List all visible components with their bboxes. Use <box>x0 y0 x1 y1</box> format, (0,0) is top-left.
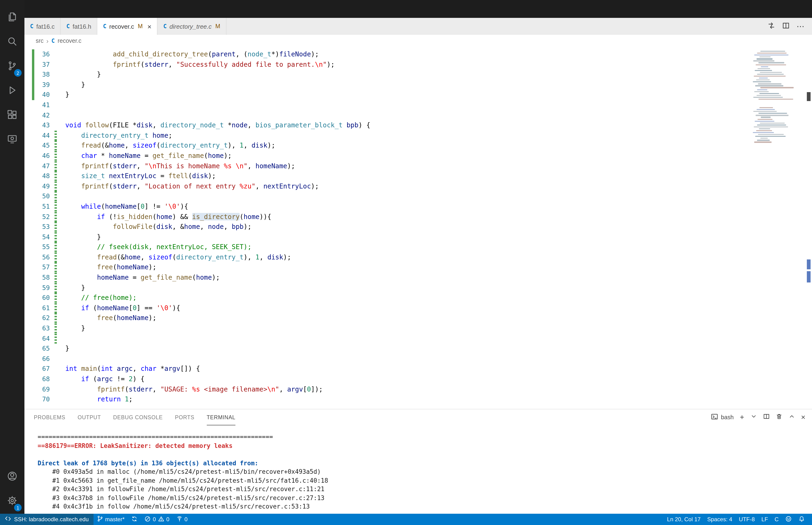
code-line[interactable]: 50 <box>25 192 812 201</box>
git-change-gutter-bar <box>55 201 57 212</box>
git-change-gutter-bar <box>55 70 57 80</box>
feedback-item[interactable] <box>782 514 795 525</box>
breadcrumb-folder[interactable]: src <box>36 38 44 44</box>
activity-item-accounts[interactable] <box>1 465 24 489</box>
code-text: void follow(FILE *disk, directory_node_t… <box>65 120 370 131</box>
code-line[interactable]: 58 homeName = get_file_name(home); <box>25 273 812 283</box>
eol-setting[interactable]: LF <box>758 514 771 525</box>
panel-tab-output[interactable]: OUTPUT <box>78 409 101 425</box>
code-line[interactable]: 40} <box>25 90 812 100</box>
cursor-position[interactable]: Ln 20, Col 17 <box>664 514 704 525</box>
code-line[interactable]: 45 fread(&home, sizeof(directory_entry_t… <box>25 141 812 151</box>
code-line[interactable]: 55 // fseek(disk, nextEntryLoc, SEEK_SET… <box>25 242 812 252</box>
code-line[interactable]: 49 fprintf(stderr, "Location of next ent… <box>25 181 812 191</box>
code-line[interactable]: 46 char * homeName = get_file_name(home)… <box>25 151 812 161</box>
panel-tab-ports[interactable]: PORTS <box>175 409 195 425</box>
activity-item-search[interactable] <box>1 30 24 55</box>
code-line[interactable]: 59 } <box>25 283 812 293</box>
code-line[interactable]: 51 while(homeName[0] != '\0'){ <box>25 201 812 212</box>
chevron-down-icon[interactable] <box>750 413 757 422</box>
language-mode[interactable]: C <box>771 514 782 525</box>
code-line[interactable]: 67int main(int argc, char *argv[]) { <box>25 364 812 374</box>
tab-recover.c[interactable]: Crecover.cM× <box>97 18 158 35</box>
code-line[interactable]: 37 fprintf(stderr, "Successfully added f… <box>25 59 812 70</box>
code-line[interactable]: 70 return 1; <box>25 394 812 404</box>
code-line[interactable]: 61 if (homeName[0] == '\0'){ <box>25 303 812 313</box>
tab-fat16.c[interactable]: Cfat16.c <box>25 18 61 35</box>
panel-tab-problems[interactable]: PROBLEMS <box>34 409 65 425</box>
code-line[interactable]: 54 } <box>25 232 812 242</box>
trash-icon[interactable] <box>776 413 782 422</box>
terminal-line <box>37 450 812 459</box>
code-line[interactable]: 57 free(homeName); <box>25 262 812 273</box>
panel-tab-debug-console[interactable]: DEBUG CONSOLE <box>113 409 163 425</box>
more-actions-icon[interactable]: ⋯ <box>796 22 805 30</box>
tab-fat16.h[interactable]: Cfat16.h <box>61 18 97 35</box>
line-number: 55 <box>34 242 50 252</box>
indentation-setting[interactable]: Spaces: 4 <box>704 514 736 525</box>
minimap-line <box>758 84 782 84</box>
code-line[interactable]: 42 <box>25 110 812 120</box>
code-line[interactable]: 39 } <box>25 80 812 90</box>
code-line[interactable]: 64 <box>25 333 812 344</box>
breadcrumb-file[interactable]: recover.c <box>58 38 81 44</box>
activity-item-remote-explorer[interactable] <box>1 128 24 152</box>
git-added-gutter-bar <box>32 374 34 384</box>
tab-directory_tree.c[interactable]: Cdirectory_tree.cM <box>158 18 227 35</box>
code-line[interactable]: 43void follow(FILE *disk, directory_node… <box>25 120 812 131</box>
chevron-up-icon[interactable] <box>788 413 795 422</box>
problems-item[interactable]: 0 0 <box>141 514 173 525</box>
code-line[interactable]: 52 if (!is_hidden(home) && is_directory(… <box>25 212 812 222</box>
git-change-gutter-bar <box>55 262 57 273</box>
minimap-line <box>760 51 785 52</box>
split-editor-icon[interactable] <box>782 21 790 31</box>
minimap[interactable] <box>753 51 798 144</box>
code-editor[interactable]: 36 add_child_directory_tree(parent, (nod… <box>25 47 812 409</box>
remote-indicator[interactable]: SSH: labradoodle.caltech.edu <box>0 514 93 525</box>
code-line[interactable]: 62 free(homeName); <box>25 313 812 324</box>
activity-item-run-debug[interactable] <box>1 79 24 103</box>
ports-count: 0 <box>184 516 187 523</box>
new-terminal-button[interactable]: + <box>740 414 744 421</box>
activity-item-explorer[interactable] <box>1 6 24 30</box>
activity-item-extensions[interactable] <box>1 103 24 128</box>
close-panel-icon[interactable]: × <box>801 414 806 421</box>
notifications-item[interactable] <box>795 514 808 525</box>
code-line[interactable]: 68 if (argc != 2) { <box>25 374 812 384</box>
code-line[interactable]: 36 add_child_directory_tree(parent, (nod… <box>25 49 812 59</box>
activity-item-settings[interactable]: 1 <box>1 489 24 514</box>
tab-label: recover.c <box>109 23 134 30</box>
code-line[interactable]: 69 fprintf(stderr, "USAGE: %s <image fil… <box>25 384 812 394</box>
tab-list: Cfat16.cCfat16.hCrecover.cM×Cdirectory_t… <box>25 18 226 35</box>
split-terminal-icon[interactable] <box>763 413 769 422</box>
panel-tab-terminal[interactable]: TERMINAL <box>207 409 236 425</box>
close-icon[interactable]: × <box>147 23 152 30</box>
open-changes-icon[interactable] <box>767 21 775 31</box>
line-number: 65 <box>34 344 50 354</box>
terminal-output[interactable]: ========================================… <box>25 425 812 514</box>
code-line[interactable]: 41 <box>25 100 812 110</box>
git-added-gutter-bar <box>32 384 34 394</box>
code-line[interactable]: 56 fread(&home, sizeof(directory_entry_t… <box>25 252 812 262</box>
code-line[interactable]: 66 <box>25 354 812 364</box>
code-line[interactable]: 47 fprintf(stderr, "\nThis is homeName %… <box>25 161 812 171</box>
git-branch-item[interactable]: master* <box>93 514 128 525</box>
code-line[interactable]: 48 size_t nextEntryLoc = ftell(disk); <box>25 171 812 181</box>
sync-changes-item[interactable] <box>128 514 141 525</box>
git-change-gutter-bar <box>55 364 57 374</box>
code-line[interactable]: 60 // free(home); <box>25 293 812 303</box>
git-change-gutter-bar <box>55 90 57 100</box>
encoding-setting[interactable]: UTF-8 <box>736 514 758 525</box>
code-line[interactable]: 65} <box>25 344 812 354</box>
minimap-line <box>755 64 786 65</box>
code-line[interactable]: 53 followFile(disk, &home, node, bpb); <box>25 222 812 232</box>
panel-header: PROBLEMSOUTPUTDEBUG CONSOLEPORTSTERMINAL… <box>25 409 812 425</box>
git-change-gutter-bar <box>55 303 57 313</box>
code-line[interactable]: 38 } <box>25 70 812 80</box>
forwarded-ports-item[interactable]: 0 <box>173 514 191 525</box>
activity-item-source-control[interactable]: 2 <box>1 55 24 79</box>
code-line[interactable]: 44 directory_entry_t home; <box>25 131 812 141</box>
terminal-shell-picker[interactable]: bash <box>711 413 734 422</box>
git-change-gutter-bar <box>55 324 57 333</box>
code-line[interactable]: 63 } <box>25 324 812 333</box>
